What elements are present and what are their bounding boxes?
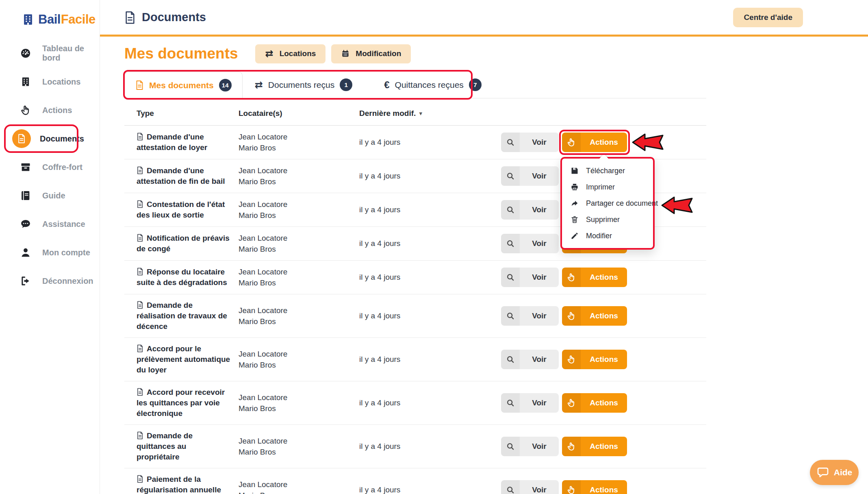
view-button[interactable]: Voir — [501, 437, 559, 456]
sort-caret-icon: ▾ — [419, 110, 422, 117]
dropdown-menu-item[interactable]: Imprimer — [562, 179, 653, 195]
actions-wrap: Actions — [562, 268, 627, 287]
sidebar-item[interactable]: Déconnexion — [0, 267, 100, 295]
document-type-cell: Demande d'une attestation de loyer — [137, 132, 239, 153]
annotation-arrow-actions — [632, 133, 664, 152]
actions-button[interactable]: Actions — [562, 437, 627, 456]
menu-item-label: Partager ce document — [586, 199, 658, 208]
sidebar-item-icon — [16, 76, 35, 87]
document-file-icon — [137, 301, 143, 309]
magnifier-icon — [501, 166, 520, 186]
sidebar: Bail Facile Tableau de bord Locations Ac… — [0, 0, 100, 494]
actions-button[interactable]: Actions — [562, 133, 627, 152]
last-modified-cell: il y a 4 jours — [359, 205, 453, 214]
dropdown-menu-item[interactable]: Modifier — [562, 228, 653, 244]
tenant-name: Mario Bros — [239, 277, 359, 288]
row-buttons: Voir Actions — [501, 350, 627, 369]
last-modified-cell: il y a 4 jours — [359, 239, 453, 248]
sidebar-item[interactable]: Assistance — [0, 210, 100, 238]
tenant-name: Mario Bros — [239, 316, 359, 327]
view-button[interactable]: Voir — [501, 268, 559, 287]
document-type-cell: Demande d'une attestation de fin de bail — [137, 165, 239, 187]
menu-item-label: Supprimer — [586, 215, 620, 224]
actions-button[interactable]: Actions — [562, 480, 627, 494]
chip-icon — [341, 49, 350, 58]
filter-chip-button[interactable]: ⇄ Locations — [255, 44, 326, 63]
dropdown-list: Télécharger Imprimer Partager ce documen… — [562, 163, 653, 244]
dropdown-menu-item[interactable]: Partager ce document — [562, 195, 653, 211]
document-file-icon — [137, 268, 143, 276]
tab[interactable]: € Quittances reçues 7 — [372, 72, 494, 98]
dropdown-menu-item[interactable]: Supprimer — [562, 211, 653, 228]
actions-button[interactable]: Actions — [562, 350, 627, 369]
view-button[interactable]: Voir — [501, 480, 559, 494]
view-button[interactable]: Voir — [501, 350, 559, 369]
magnifier-icon — [501, 480, 520, 494]
view-button[interactable]: Voir — [501, 200, 559, 220]
menu-item-icon — [570, 166, 579, 175]
tab-icon — [135, 80, 144, 90]
sidebar-item-label: Mon compte — [42, 248, 90, 257]
tenant-name: Jean Locatore — [239, 165, 359, 176]
row-buttons: Voir Actions Télécharger Imprimer Partag… — [501, 133, 627, 152]
sidebar-item-label: Coffre-fort — [42, 163, 82, 172]
tenant-name: Jean Locatore — [239, 131, 359, 142]
row-buttons: Voir Actions — [501, 268, 627, 287]
sidebar-item[interactable]: Actions — [0, 96, 100, 124]
tenant-name: Mario Bros — [239, 490, 359, 494]
table-row: Demande de réalisation de travaux de déc… — [124, 294, 706, 338]
help-center-button[interactable]: Centre d'aide — [733, 8, 803, 27]
magnifier-icon — [501, 350, 520, 369]
filter-chip-button[interactable]: Modification — [331, 44, 411, 63]
actions-button[interactable]: Actions — [562, 393, 627, 413]
document-type-cell: Paiement de la régularisation annuelle d… — [137, 474, 239, 494]
actions-wrap: Actions — [562, 393, 627, 413]
sidebar-item-icon — [16, 48, 35, 59]
sidebar-item[interactable]: Documents — [0, 124, 100, 153]
actions-button[interactable]: Actions — [562, 306, 627, 326]
tenants-cell: Jean Locatore Mario Bros — [239, 199, 359, 221]
actions-wrap: Actions — [562, 437, 627, 456]
document-type-cell: Notification de préavis de congé — [137, 233, 239, 254]
sidebar-item-icon — [16, 104, 35, 116]
sidebar-item-label: Assistance — [42, 220, 85, 229]
actions-button[interactable]: Actions — [562, 268, 627, 287]
chat-help-widget[interactable]: Aide — [810, 460, 859, 485]
sidebar-item[interactable]: Locations — [0, 67, 100, 96]
view-button[interactable]: Voir — [501, 133, 559, 152]
chat-bubble-icon — [816, 466, 829, 479]
view-button[interactable]: Voir — [501, 393, 559, 413]
tabs-bar: Mes documents 14 ⇄ Documents reçus 1 € Q… — [124, 72, 706, 98]
last-modified-cell: il y a 4 jours — [359, 355, 453, 364]
tab[interactable]: ⇄ Documents reçus 1 — [243, 72, 365, 98]
table-row: Demande de quittances au propriétaire Je… — [124, 425, 706, 468]
tenant-name: Jean Locatore — [239, 435, 359, 446]
hand-pointer-icon — [562, 268, 581, 287]
chip-label: Modification — [356, 49, 401, 58]
actions-dropdown-menu: Télécharger Imprimer Partager ce documen… — [560, 157, 655, 250]
view-button[interactable]: Voir — [501, 306, 559, 326]
dropdown-menu-item[interactable]: Télécharger — [562, 163, 653, 179]
view-button[interactable]: Voir — [501, 166, 559, 186]
tenant-name: Jean Locatore — [239, 305, 359, 316]
document-type-label: Contestation de l'état des lieux de sort… — [137, 200, 225, 219]
view-button[interactable]: Voir — [501, 234, 559, 253]
magnifier-icon — [501, 306, 520, 326]
tab[interactable]: Mes documents 14 — [124, 72, 243, 98]
dropdown-caret — [599, 154, 608, 159]
sidebar-item[interactable]: Coffre-fort — [0, 153, 100, 181]
sidebar-item[interactable]: Guide — [0, 181, 100, 210]
column-header-modified[interactable]: Dernière modif. ▾ — [359, 109, 453, 118]
sidebar-item[interactable]: Tableau de bord — [0, 39, 100, 67]
document-type-label: Accord pour le prélèvement automatique d… — [137, 344, 230, 374]
chip-label: Locations — [280, 49, 316, 58]
last-modified-cell: il y a 4 jours — [359, 398, 453, 407]
document-type-label: Demande de quittances au propriétaire — [137, 431, 193, 461]
sidebar-item[interactable]: Mon compte — [0, 238, 100, 267]
row-buttons: Voir Actions — [501, 306, 627, 326]
sidebar-item-label: Documents — [40, 134, 84, 144]
sidebar-item-icon — [16, 218, 35, 230]
hand-pointer-icon — [562, 306, 581, 326]
row-buttons: Voir Actions — [501, 480, 627, 494]
section-heading: Mes documents — [124, 45, 238, 62]
